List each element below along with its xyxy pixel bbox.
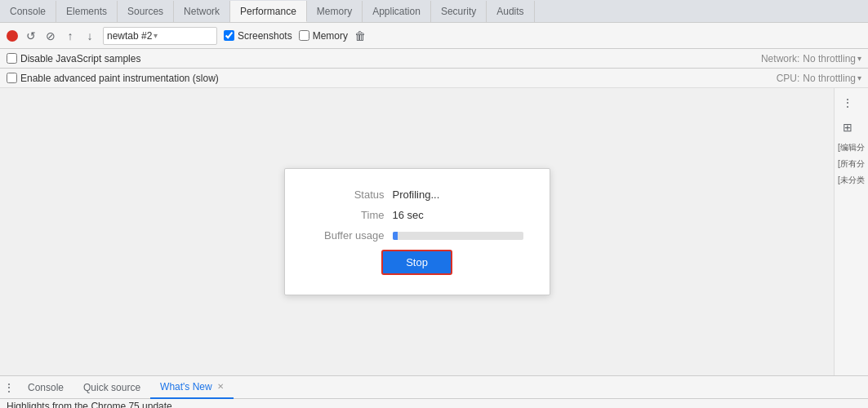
right-panel: ⋮ ⊞ [编辑分 [所有分 [未分类 <box>834 88 868 375</box>
trash-icon[interactable]: 🗑 <box>354 29 366 42</box>
cpu-label: CPU: <box>777 73 800 84</box>
tab-security[interactable]: Security <box>431 1 487 22</box>
tab-application[interactable]: Application <box>363 1 431 22</box>
status-row: Status Profiling... <box>311 188 523 201</box>
network-throttle-dropdown[interactable]: No throttling ▾ <box>803 53 861 64</box>
apps-icon[interactable]: ⋮ <box>836 91 859 114</box>
enable-paint-group: Enable advanced paint instrumentation (s… <box>7 73 219 84</box>
url-value: newtab #2 <box>107 30 152 42</box>
tab-audits[interactable]: Audits <box>487 1 534 22</box>
screenshots-checkbox[interactable] <box>224 30 234 41</box>
disable-js-label: Disable JavaScript samples <box>20 53 140 64</box>
disable-js-checkbox[interactable] <box>7 53 17 64</box>
screenshots-label: Screenshots <box>238 30 292 42</box>
back-button[interactable]: ↑ <box>64 29 77 42</box>
profiling-dialog: Status Profiling... Time 16 sec Buffer u… <box>284 168 550 295</box>
url-bar[interactable]: newtab #2 ▾ <box>103 27 217 45</box>
refresh-button[interactable]: ↺ <box>24 29 38 42</box>
tab-sources[interactable]: Sources <box>118 1 174 22</box>
devtools-tab-bar: Console Elements Sources Network Perform… <box>0 0 868 23</box>
tab-console[interactable]: Console <box>0 1 56 22</box>
time-value: 16 sec <box>393 209 424 221</box>
bottom-menu-icon[interactable]: ⋮ <box>0 381 18 394</box>
bottom-tab-quick-source[interactable]: Quick source <box>73 376 150 399</box>
enable-paint-checkbox[interactable] <box>7 73 17 83</box>
cpu-throttle-value: No throttling <box>803 73 856 84</box>
bottom-panel: ⋮ Console Quick source What's New ✕ High… <box>0 375 868 408</box>
network-throttle-value: No throttling <box>803 53 856 64</box>
tab-performance[interactable]: Performance <box>230 1 307 22</box>
bottom-tab-whats-new[interactable]: What's New ✕ <box>150 376 234 399</box>
options-row-2: Enable advanced paint instrumentation (s… <box>0 69 868 88</box>
network-dropdown-arrow: ▾ <box>857 54 861 63</box>
screenshots-checkbox-group: Screenshots <box>224 30 292 42</box>
bottom-status-text: Highlights from the Chrome 75 update <box>7 401 172 408</box>
enable-paint-label: Enable advanced paint instrumentation (s… <box>20 73 219 84</box>
cpu-throttle: CPU: No throttling ▾ <box>777 73 861 84</box>
grid-icon[interactable]: ⊞ <box>836 116 859 139</box>
memory-label: Memory <box>313 30 348 42</box>
network-throttle: Network: No throttling ▾ <box>761 53 861 64</box>
tab-network[interactable]: Network <box>174 1 230 22</box>
tab-memory[interactable]: Memory <box>307 1 363 22</box>
time-row: Time 16 sec <box>311 209 523 221</box>
bottom-tab-whats-new-label: What's New <box>160 381 212 392</box>
tab-elements[interactable]: Elements <box>56 1 118 22</box>
status-label: Status <box>311 188 385 201</box>
network-throttle-group: Network: No throttling ▾ <box>761 53 861 64</box>
bottom-tab-quick-source-label: Quick source <box>83 382 140 393</box>
disable-js-group: Disable JavaScript samples <box>7 53 140 64</box>
options-row-1: Disable JavaScript samples Network: No t… <box>0 49 868 69</box>
buffer-bar <box>393 232 398 240</box>
buffer-bar-container <box>393 232 523 240</box>
clear-button[interactable]: ⊘ <box>44 29 57 42</box>
cpu-throttle-dropdown[interactable]: No throttling ▾ <box>803 73 861 84</box>
status-value: Profiling... <box>393 188 440 201</box>
network-label: Network: <box>761 53 799 64</box>
buffer-label: Buffer usage <box>311 229 385 242</box>
main-content: Status Profiling... Time 16 sec Buffer u… <box>0 88 834 375</box>
right-panel-item-2[interactable]: [所有分 <box>836 157 866 171</box>
bottom-tab-console[interactable]: Console <box>18 376 73 399</box>
memory-checkbox-group: Memory <box>299 30 348 42</box>
buffer-row: Buffer usage <box>311 229 523 242</box>
right-panel-item-3[interactable]: [未分类 <box>836 173 866 188</box>
close-whats-new-icon[interactable]: ✕ <box>217 382 224 391</box>
cpu-dropdown-arrow: ▾ <box>857 73 861 82</box>
record-button[interactable] <box>7 30 18 42</box>
bottom-status: Highlights from the Chrome 75 update <box>0 399 868 408</box>
forward-button[interactable]: ↓ <box>83 29 96 42</box>
url-dropdown-arrow[interactable]: ▾ <box>154 31 158 40</box>
memory-checkbox[interactable] <box>299 30 309 41</box>
cpu-throttle-group: CPU: No throttling ▾ <box>777 73 861 84</box>
time-label: Time <box>311 209 385 221</box>
devtools-toolbar: ↺ ⊘ ↑ ↓ newtab #2 ▾ Screenshots Memory 🗑 <box>0 23 868 49</box>
bottom-tab-console-label: Console <box>28 382 64 393</box>
right-panel-item-1[interactable]: [编辑分 <box>836 140 866 155</box>
outer-wrapper: Status Profiling... Time 16 sec Buffer u… <box>0 88 868 375</box>
stop-button[interactable]: Stop <box>381 250 452 275</box>
bottom-tab-bar: ⋮ Console Quick source What's New ✕ <box>0 376 868 399</box>
